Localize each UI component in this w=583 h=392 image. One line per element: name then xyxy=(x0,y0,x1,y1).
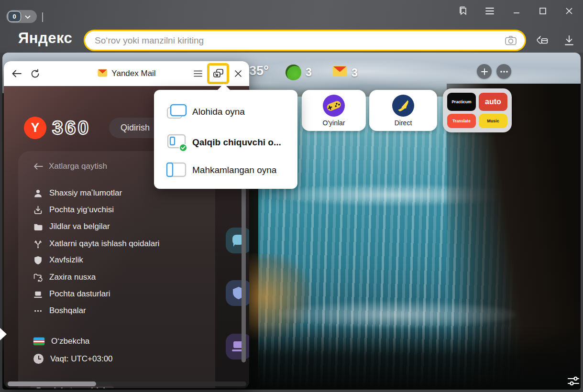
popup-title-group: Yandex Mail xyxy=(97,69,155,79)
menu-item-pinned-window[interactable]: Mahkamlangan oyna xyxy=(154,158,297,183)
pinned-window-icon xyxy=(165,160,192,180)
browser-chrome: 0 xyxy=(0,0,583,53)
yandex-logo[interactable]: Яндекс xyxy=(18,30,72,47)
direct-icon xyxy=(392,94,415,119)
tile-translate[interactable]: Translate xyxy=(447,114,476,128)
side-panel-icon[interactable] xyxy=(455,4,471,18)
mail-icon xyxy=(332,65,347,80)
add-tile-button[interactable] xyxy=(477,64,492,79)
nav-mail-clients[interactable]: Pochta dasturlari xyxy=(33,289,110,299)
chevron-down-icon[interactable] xyxy=(25,12,31,21)
floating-window-icon xyxy=(165,132,192,153)
ellipsis-icon xyxy=(33,306,43,316)
menu-pointer-arrow xyxy=(217,84,231,90)
clock-icon xyxy=(33,354,44,364)
tab-counter[interactable]: 0 xyxy=(6,10,37,23)
tile-music[interactable]: Music xyxy=(479,114,507,128)
tile-games[interactable]: O'yinlar xyxy=(302,90,366,131)
image-search-icon[interactable] xyxy=(505,35,517,46)
timezone-row[interactable]: Vaqt: UTC+03:00 xyxy=(33,354,113,364)
popup-title: Yandex Mail xyxy=(111,69,155,78)
y360-logo[interactable]: Y 360 xyxy=(24,117,90,139)
maximize-button[interactable] xyxy=(535,4,550,18)
menu-icon[interactable] xyxy=(482,4,497,18)
tile-practicum[interactable]: Practicum xyxy=(447,93,476,111)
sidebar-pull-arrow[interactable] xyxy=(0,328,7,340)
messenger-count: 3 xyxy=(306,66,312,79)
tile-group[interactable]: Practicum auto Translate Music xyxy=(443,88,512,132)
language-row[interactable]: Oʻzbekcha xyxy=(33,337,89,346)
mail-count: 3 xyxy=(352,66,358,79)
nav-security[interactable]: Xavfsizlik xyxy=(33,255,83,265)
reload-button[interactable] xyxy=(27,65,43,82)
y360-logo-360: 360 xyxy=(52,117,90,139)
extensions-icon[interactable] xyxy=(534,33,551,49)
tile-label: O'yinlar xyxy=(322,119,345,127)
tab-count-badge: 0 xyxy=(8,11,21,22)
menu-item-floating-window[interactable]: Qalqib chiquvchi o... xyxy=(154,130,297,155)
popup-header: Yandex Mail xyxy=(4,61,249,86)
backup-icon xyxy=(33,273,43,282)
separate-window-icon xyxy=(165,102,192,122)
window-mode-button[interactable] xyxy=(207,63,229,84)
nav-mail-rules[interactable]: Xatlarni qayta ishlash qoidalari xyxy=(33,239,160,249)
title-bar: 0 xyxy=(0,0,583,22)
folder-icon xyxy=(33,222,43,231)
nav-personal-info[interactable]: Shaxsiy maʼlumotlar xyxy=(33,188,122,198)
menu-item-separate-window[interactable]: Alohida oyna xyxy=(154,99,297,124)
back-arrow-icon xyxy=(33,163,43,170)
tile-auto[interactable]: auto xyxy=(479,93,507,111)
popup-menu-icon[interactable] xyxy=(190,65,206,82)
browser-window: 0 xyxy=(0,0,583,392)
mail-badge[interactable]: 3 xyxy=(332,65,358,80)
tile-direct[interactable]: Direct xyxy=(369,90,437,131)
uzbekistan-flag-icon xyxy=(33,338,44,345)
laptop-icon xyxy=(33,290,43,299)
popup-close-icon[interactable] xyxy=(230,65,246,82)
nav-other[interactable]: Boshqalar xyxy=(33,306,86,316)
weather-widget[interactable]: 35° xyxy=(249,64,269,78)
horizontal-scrollbar-thumb[interactable] xyxy=(8,381,96,386)
y360-logo-circle: Y xyxy=(24,117,46,139)
window-mode-menu: Alohida oyna Qalqib chiquvchi o... M xyxy=(154,90,297,189)
games-icon xyxy=(322,94,345,119)
nav-folders-labels[interactable]: Jildlar va belgilar xyxy=(33,222,110,231)
person-icon xyxy=(33,189,43,198)
rules-icon xyxy=(33,240,43,249)
messenger-badge[interactable]: 3 xyxy=(286,65,312,80)
mail-collector-icon xyxy=(33,206,43,215)
messenger-icon xyxy=(286,65,301,80)
address-bar[interactable]: Soʻrov yoki manzilni kiriting xyxy=(84,30,526,51)
wallpaper-settings-icon[interactable] xyxy=(567,375,580,387)
back-to-letters-link[interactable]: Xatlarga qaytish xyxy=(33,162,107,171)
downloads-icon[interactable] xyxy=(561,33,578,49)
shield-icon xyxy=(33,256,43,265)
minimize-button[interactable] xyxy=(509,4,524,18)
address-bar-placeholder: Soʻrov yoki manzilni kiriting xyxy=(95,35,505,46)
nav-backup[interactable]: Zaxira nusxa xyxy=(33,272,96,282)
close-button[interactable] xyxy=(561,4,577,18)
back-button[interactable] xyxy=(9,65,25,82)
nav-mail-collector[interactable]: Pochta yigʻuvchisi xyxy=(33,205,114,215)
horizontal-scrollbar-track xyxy=(6,381,246,386)
titlebar-divider xyxy=(42,12,43,22)
tile-label: Direct xyxy=(395,119,412,127)
mail-favicon xyxy=(97,69,107,79)
more-options-button[interactable] xyxy=(496,64,511,79)
